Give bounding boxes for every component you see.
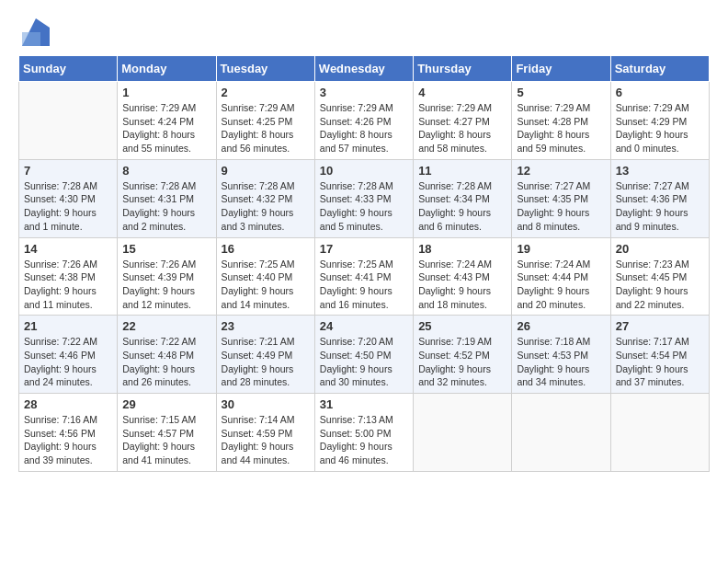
calendar-day-cell: 8Sunrise: 7:28 AM Sunset: 4:31 PM Daylig… [118,159,216,237]
day-number: 30 [222,397,310,411]
calendar-day-cell: 30Sunrise: 7:14 AM Sunset: 4:59 PM Dayli… [216,394,314,472]
calendar-day-cell: 5Sunrise: 7:29 AM Sunset: 4:28 PM Daylig… [512,82,610,160]
empty-day-cell [19,82,118,160]
calendar-week-row: 14Sunrise: 7:26 AM Sunset: 4:38 PM Dayli… [19,237,710,316]
calendar-week-row: 28Sunrise: 7:16 AM Sunset: 4:56 PM Dayli… [19,394,710,472]
day-number: 19 [517,242,605,256]
calendar-day-cell: 3Sunrise: 7:29 AM Sunset: 4:26 PM Daylig… [314,82,413,160]
day-info: Sunrise: 7:25 AM Sunset: 4:41 PM Dayligh… [320,258,408,312]
day-header-thursday: Thursday [414,56,512,82]
calendar-day-cell: 7Sunrise: 7:28 AM Sunset: 4:30 PM Daylig… [19,159,118,237]
calendar-day-cell: 12Sunrise: 7:27 AM Sunset: 4:35 PM Dayli… [512,159,610,237]
calendar-day-cell: 14Sunrise: 7:26 AM Sunset: 4:38 PM Dayli… [19,237,118,316]
day-info: Sunrise: 7:28 AM Sunset: 4:32 PM Dayligh… [222,179,310,234]
day-header-friday: Friday [512,56,610,82]
calendar-day-cell: 16Sunrise: 7:25 AM Sunset: 4:40 PM Dayli… [216,237,314,316]
empty-day-cell [512,394,610,472]
day-number: 13 [616,164,704,178]
day-number: 20 [616,242,704,256]
svg-marker-1 [22,32,40,46]
calendar-day-cell: 28Sunrise: 7:16 AM Sunset: 4:56 PM Dayli… [19,394,118,472]
day-number: 11 [418,164,506,178]
calendar-day-cell: 9Sunrise: 7:28 AM Sunset: 4:32 PM Daylig… [216,159,314,237]
day-info: Sunrise: 7:13 AM Sunset: 5:00 PM Dayligh… [320,413,408,467]
day-number: 7 [24,164,112,178]
day-info: Sunrise: 7:27 AM Sunset: 4:36 PM Dayligh… [616,179,704,234]
calendar-week-row: 7Sunrise: 7:28 AM Sunset: 4:30 PM Daylig… [19,159,710,237]
day-number: 4 [418,86,506,99]
day-number: 6 [616,86,704,99]
calendar-day-cell: 23Sunrise: 7:21 AM Sunset: 4:49 PM Dayli… [216,316,314,394]
calendar-day-cell: 31Sunrise: 7:13 AM Sunset: 5:00 PM Dayli… [314,394,413,472]
day-info: Sunrise: 7:28 AM Sunset: 4:30 PM Dayligh… [24,179,112,234]
calendar-day-cell: 4Sunrise: 7:29 AM Sunset: 4:27 PM Daylig… [414,82,512,160]
day-info: Sunrise: 7:26 AM Sunset: 4:38 PM Dayligh… [24,258,112,312]
day-info: Sunrise: 7:29 AM Sunset: 4:29 PM Dayligh… [616,101,704,155]
calendar-day-cell: 21Sunrise: 7:22 AM Sunset: 4:46 PM Dayli… [19,316,118,394]
day-info: Sunrise: 7:20 AM Sunset: 4:50 PM Dayligh… [320,335,408,389]
day-header-wednesday: Wednesday [314,56,413,82]
day-number: 22 [122,319,210,333]
calendar-day-cell: 27Sunrise: 7:17 AM Sunset: 4:54 PM Dayli… [610,316,709,394]
calendar-day-cell: 26Sunrise: 7:18 AM Sunset: 4:53 PM Dayli… [512,316,610,394]
day-header-monday: Monday [118,56,216,82]
day-number: 23 [222,319,310,333]
day-info: Sunrise: 7:14 AM Sunset: 4:59 PM Dayligh… [222,413,310,467]
day-info: Sunrise: 7:29 AM Sunset: 4:27 PM Dayligh… [418,101,506,155]
day-info: Sunrise: 7:24 AM Sunset: 4:44 PM Dayligh… [517,258,605,312]
day-header-tuesday: Tuesday [216,56,314,82]
day-number: 17 [320,242,408,256]
day-number: 31 [320,397,408,411]
day-number: 25 [418,319,506,333]
day-info: Sunrise: 7:21 AM Sunset: 4:49 PM Dayligh… [222,335,310,389]
calendar-day-cell: 2Sunrise: 7:29 AM Sunset: 4:25 PM Daylig… [216,82,314,160]
calendar-day-cell: 29Sunrise: 7:15 AM Sunset: 4:57 PM Dayli… [118,394,216,472]
day-info: Sunrise: 7:22 AM Sunset: 4:48 PM Dayligh… [122,335,210,389]
calendar-table: SundayMondayTuesdayWednesdayThursdayFrid… [18,55,710,472]
calendar-day-cell: 13Sunrise: 7:27 AM Sunset: 4:36 PM Dayli… [610,159,709,237]
day-number: 3 [320,86,408,99]
day-number: 24 [320,319,408,333]
calendar-day-cell: 19Sunrise: 7:24 AM Sunset: 4:44 PM Dayli… [512,237,610,316]
calendar-day-cell: 22Sunrise: 7:22 AM Sunset: 4:48 PM Dayli… [118,316,216,394]
day-info: Sunrise: 7:27 AM Sunset: 4:35 PM Dayligh… [517,179,605,234]
day-number: 16 [222,242,310,256]
calendar-day-cell: 18Sunrise: 7:24 AM Sunset: 4:43 PM Dayli… [414,237,512,316]
day-number: 14 [24,242,112,256]
day-header-sunday: Sunday [19,56,118,82]
calendar-day-cell: 20Sunrise: 7:23 AM Sunset: 4:45 PM Dayli… [610,237,709,316]
day-info: Sunrise: 7:23 AM Sunset: 4:45 PM Dayligh… [616,258,704,312]
day-info: Sunrise: 7:29 AM Sunset: 4:25 PM Dayligh… [222,101,310,155]
day-info: Sunrise: 7:29 AM Sunset: 4:26 PM Dayligh… [320,101,408,155]
day-info: Sunrise: 7:25 AM Sunset: 4:40 PM Dayligh… [222,258,310,312]
page-header [18,18,710,46]
day-info: Sunrise: 7:18 AM Sunset: 4:53 PM Dayligh… [517,335,605,389]
day-number: 26 [517,319,605,333]
day-info: Sunrise: 7:15 AM Sunset: 4:57 PM Dayligh… [122,413,210,467]
day-info: Sunrise: 7:17 AM Sunset: 4:54 PM Dayligh… [616,335,704,389]
calendar-day-cell: 15Sunrise: 7:26 AM Sunset: 4:39 PM Dayli… [118,237,216,316]
logo [18,18,50,46]
day-number: 9 [222,164,310,178]
calendar-day-cell: 24Sunrise: 7:20 AM Sunset: 4:50 PM Dayli… [314,316,413,394]
empty-day-cell [610,394,709,472]
day-number: 18 [418,242,506,256]
calendar-day-cell: 10Sunrise: 7:28 AM Sunset: 4:33 PM Dayli… [314,159,413,237]
day-number: 10 [320,164,408,178]
day-info: Sunrise: 7:29 AM Sunset: 4:28 PM Dayligh… [517,101,605,155]
day-info: Sunrise: 7:16 AM Sunset: 4:56 PM Dayligh… [24,413,112,467]
calendar-day-cell: 11Sunrise: 7:28 AM Sunset: 4:34 PM Dayli… [414,159,512,237]
day-info: Sunrise: 7:28 AM Sunset: 4:33 PM Dayligh… [320,179,408,234]
day-header-saturday: Saturday [610,56,709,82]
day-info: Sunrise: 7:26 AM Sunset: 4:39 PM Dayligh… [122,258,210,312]
day-number: 1 [122,86,210,99]
day-number: 2 [222,86,310,99]
calendar-day-cell: 1Sunrise: 7:29 AM Sunset: 4:24 PM Daylig… [118,82,216,160]
calendar-week-row: 1Sunrise: 7:29 AM Sunset: 4:24 PM Daylig… [19,82,710,160]
empty-day-cell [414,394,512,472]
calendar-day-cell: 25Sunrise: 7:19 AM Sunset: 4:52 PM Dayli… [414,316,512,394]
day-number: 21 [24,319,112,333]
day-number: 5 [517,86,605,99]
day-info: Sunrise: 7:28 AM Sunset: 4:31 PM Dayligh… [122,179,210,234]
calendar-day-cell: 6Sunrise: 7:29 AM Sunset: 4:29 PM Daylig… [610,82,709,160]
